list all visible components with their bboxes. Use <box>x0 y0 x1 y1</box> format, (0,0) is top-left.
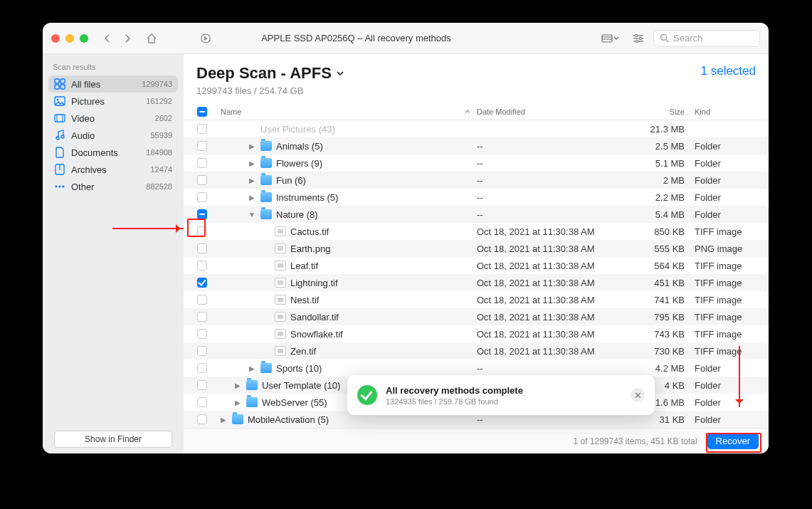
file-kind: Folder <box>690 380 769 391</box>
column-name[interactable]: Name <box>215 107 477 116</box>
video-icon <box>54 112 65 124</box>
file-row[interactable]: Leaf.tifOct 18, 2021 at 11:30:38 AM564 K… <box>184 257 769 274</box>
column-size[interactable]: Size <box>598 107 690 116</box>
sidebar-item-video[interactable]: Video2602 <box>48 110 178 127</box>
toast-close-button[interactable]: ✕ <box>631 388 645 402</box>
row-checkbox[interactable] <box>197 295 207 305</box>
file-row[interactable]: Sandollar.tifOct 18, 2021 at 11:30:38 AM… <box>184 308 769 325</box>
chevron-right-icon[interactable]: ▶ <box>248 177 256 184</box>
file-row[interactable]: Lightning.tifOct 18, 2021 at 11:30:38 AM… <box>184 274 769 291</box>
chevron-right-icon[interactable]: ▶ <box>248 364 256 372</box>
file-kind: PNG image <box>690 243 769 254</box>
show-in-finder-button[interactable]: Show in Finder <box>54 431 172 448</box>
file-date: Oct 18, 2021 at 11:30:38 AM <box>477 329 598 340</box>
chevron-right-icon[interactable]: ▶ <box>233 399 242 406</box>
minimize-window-button[interactable] <box>65 34 74 43</box>
file-kind: TIFF image <box>690 261 769 271</box>
image-file-icon <box>275 295 286 305</box>
folder-icon <box>246 397 258 407</box>
sidebar-item-archives[interactable]: Archives12474 <box>48 161 178 178</box>
file-row[interactable]: Zen.tifOct 18, 2021 at 11:30:38 AM730 KB… <box>184 342 769 360</box>
sidebar-item-pictures[interactable]: Pictures161292 <box>48 93 178 110</box>
sidebar-item-other[interactable]: Other882528 <box>48 178 178 195</box>
file-size: 5.1 MB <box>598 158 690 169</box>
selection-count[interactable]: 1 selected <box>701 64 756 78</box>
folder-icon <box>260 141 272 151</box>
file-date: -- <box>477 175 598 186</box>
file-row[interactable]: Earth.pngOct 18, 2021 at 11:30:38 AM555 … <box>184 240 769 257</box>
sidebar-item-label: Other <box>71 182 140 192</box>
row-checkbox[interactable] <box>197 397 207 407</box>
close-window-button[interactable] <box>51 34 60 43</box>
file-row[interactable]: User Pictures (43)21.3 MB <box>184 120 769 137</box>
row-checkbox[interactable] <box>197 158 207 168</box>
file-name: Lightning.tif <box>290 278 338 288</box>
svg-point-26 <box>58 185 60 187</box>
sidebar-item-audio[interactable]: Audio55939 <box>48 127 178 144</box>
scan-title[interactable]: Deep Scan - APFS <box>196 64 344 83</box>
row-checkbox[interactable] <box>197 209 207 219</box>
file-row[interactable]: ▶Fun (6)--2 MBFolder <box>184 172 769 189</box>
sidebar-item-count: 12474 <box>150 165 172 174</box>
chevron-right-icon[interactable]: ▶ <box>219 416 228 424</box>
file-kind: TIFF image <box>690 295 769 305</box>
file-row[interactable]: ▼Nature (8)--5.4 MBFolder <box>184 206 769 223</box>
sidebar-item-label: Documents <box>71 147 140 158</box>
audio-icon <box>54 130 65 141</box>
file-kind: TIFF image <box>690 329 769 340</box>
row-checkbox[interactable] <box>197 363 207 373</box>
chevron-down-icon[interactable]: ▼ <box>248 211 256 219</box>
file-row[interactable]: Cactus.tifOct 18, 2021 at 11:30:38 AM850… <box>184 223 769 240</box>
file-row[interactable]: ▶Flowers (9)--5.1 MBFolder <box>184 154 769 172</box>
file-name: MobileActivation (5) <box>248 414 329 425</box>
chevron-right-icon[interactable]: ▶ <box>233 382 242 389</box>
file-date: Oct 18, 2021 at 11:30:38 AM <box>477 226 598 237</box>
sidebar-item-count: 882528 <box>146 182 172 191</box>
folder-icon <box>246 380 258 390</box>
recover-button[interactable]: Recover <box>707 433 759 449</box>
chevron-right-icon[interactable]: ▶ <box>248 159 256 167</box>
row-checkbox[interactable] <box>197 243 207 253</box>
zoom-window-button[interactable] <box>80 34 88 43</box>
column-kind[interactable]: Kind <box>690 107 769 116</box>
filters-button[interactable] <box>629 30 648 47</box>
file-name: WebServer (55) <box>262 397 327 408</box>
search-input[interactable]: Search <box>653 30 760 47</box>
file-row[interactable]: ▶Animals (5)--2.5 MBFolder <box>184 137 769 154</box>
sidebar-item-documents[interactable]: Documents184908 <box>48 144 178 161</box>
file-size: 2.2 MB <box>598 192 690 203</box>
row-checkbox[interactable] <box>197 226 207 236</box>
row-checkbox[interactable] <box>197 414 207 424</box>
row-checkbox[interactable] <box>197 380 207 390</box>
file-name: Leaf.tif <box>290 261 318 271</box>
file-date: Oct 18, 2021 at 11:30:38 AM <box>477 261 598 271</box>
column-date[interactable]: Date Modified <box>477 107 598 116</box>
file-size: 795 KB <box>598 312 690 322</box>
row-checkbox[interactable] <box>197 312 207 322</box>
back-button[interactable] <box>98 30 117 47</box>
chevron-right-icon[interactable]: ▶ <box>248 194 256 201</box>
row-checkbox[interactable] <box>197 175 207 185</box>
row-checkbox[interactable] <box>197 278 207 288</box>
file-name: Cactus.tif <box>290 226 329 237</box>
check-circle-icon <box>357 385 377 405</box>
file-kind: Folder <box>690 363 769 374</box>
row-checkbox[interactable] <box>197 346 207 356</box>
file-row[interactable]: Snowflake.tifOct 18, 2021 at 11:30:38 AM… <box>184 325 769 342</box>
file-date: Oct 18, 2021 at 11:30:38 AM <box>477 346 598 357</box>
row-checkbox[interactable] <box>197 192 207 202</box>
row-checkbox[interactable] <box>197 329 207 339</box>
sidebar-item-all-files[interactable]: All files1299743 <box>48 75 178 93</box>
file-kind: TIFF image <box>690 278 769 288</box>
completion-toast: All recovery methods complete 1324935 fi… <box>347 375 655 415</box>
file-row[interactable]: Nest.tifOct 18, 2021 at 11:30:38 AM741 K… <box>184 291 769 308</box>
row-checkbox[interactable] <box>197 124 207 134</box>
file-row[interactable]: ▶Sports (10)--4.2 MBFolder <box>184 360 769 377</box>
select-all-checkbox[interactable] <box>197 107 207 117</box>
scan-subtitle: 1299743 files / 254.74 GB <box>196 85 344 96</box>
view-mode-button[interactable] <box>597 33 623 44</box>
row-checkbox[interactable] <box>197 261 207 271</box>
file-row[interactable]: ▶Instruments (5)--2.2 MBFolder <box>184 189 769 206</box>
row-checkbox[interactable] <box>197 141 207 151</box>
chevron-right-icon[interactable]: ▶ <box>248 142 256 150</box>
